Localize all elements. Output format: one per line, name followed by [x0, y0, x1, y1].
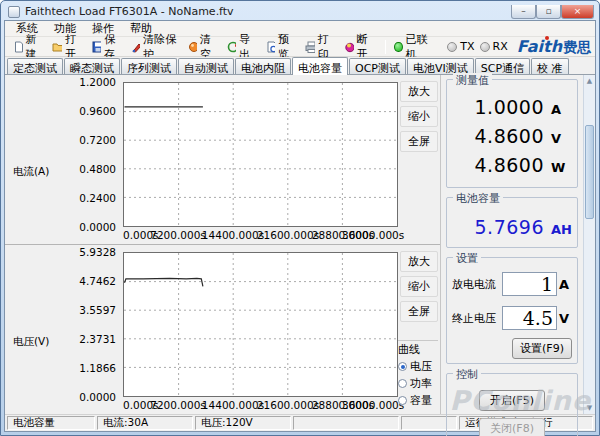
maximize-button[interactable]: ▫ — [536, 5, 561, 19]
settings-title: 设置 — [453, 251, 481, 266]
curve-option-label: 功率 — [410, 376, 432, 391]
brand-logo: Faith 费思 — [517, 37, 591, 57]
y-tick-label: 0.4800 — [79, 163, 116, 175]
start-button[interactable]: 开启(F5) — [479, 390, 545, 411]
export-icon — [227, 41, 237, 53]
tab-static-test[interactable]: 定态测试 — [7, 58, 63, 74]
tab-sequence-test[interactable]: 序列测试 — [121, 58, 177, 74]
fullscreen-button[interactable]: 全屏 — [400, 131, 438, 152]
curve-option-label: 电压 — [410, 359, 432, 374]
curve-option-power[interactable]: 功率 — [398, 376, 438, 391]
window-title: Faithtech Load FT6301A - NoName.ftv — [25, 5, 234, 18]
cutoff-voltage-unit: V — [559, 311, 572, 326]
y-tick-label: 4.7462 — [79, 275, 116, 287]
zoom-out-button[interactable]: 缩小 — [400, 276, 438, 297]
tab-transient-test[interactable]: 瞬态测试 — [64, 58, 120, 74]
zoom-in-button[interactable]: 放大 — [400, 251, 438, 272]
tx-status: TX — [445, 40, 476, 53]
tab-battery-vi-test[interactable]: 电池VI测试 — [407, 58, 474, 74]
app-window: Faithtech Load FT6301A - NoName.ftv – ▫ … — [0, 0, 600, 436]
apply-settings-button[interactable]: 设置(F9) — [512, 338, 572, 359]
measured-values-title: 测量值 — [453, 73, 492, 88]
radio-icon — [398, 362, 407, 371]
brand-logo-en: Faith — [517, 37, 562, 56]
discharge-current-unit: A — [559, 277, 572, 292]
measured-voltage-value: 4.8600 — [475, 125, 544, 147]
print-icon — [305, 41, 315, 53]
tab-auto-test[interactable]: 自动测试 — [178, 58, 234, 74]
scrollbar-track[interactable] — [584, 87, 595, 402]
battery-capacity-value: 5.7696 — [475, 216, 544, 238]
status-mode-cell: 电池容量 — [7, 416, 95, 430]
zoom-in-button[interactable]: 放大 — [400, 81, 438, 102]
status-current-cell: 电流:30A — [97, 416, 193, 430]
y-axis-ticks: 5.93284.74623.55972.37311.18660.0000 — [5, 252, 119, 397]
voltage-plot-area — [123, 252, 398, 397]
toolbar-separator — [385, 40, 386, 54]
x-tick-label: 7200.000s — [150, 399, 206, 411]
cutoff-voltage-input[interactable]: 4.5 — [502, 306, 557, 330]
tx-status-label: TX — [460, 40, 474, 53]
tab-battery-capacity[interactable]: 电池容量 — [292, 57, 348, 75]
side-panel: 测量值 1.0000 A 4.8600 V 4.8600 W 电池 — [441, 75, 583, 414]
curve-group-title: 曲线 — [398, 340, 438, 357]
fullscreen-button[interactable]: 全屏 — [400, 301, 438, 322]
zoom-out-button[interactable]: 缩小 — [400, 106, 438, 127]
measured-current-value: 1.0000 — [475, 96, 544, 118]
y-tick-label: 1.1866 — [79, 362, 116, 374]
measured-voltage-unit: V — [551, 131, 569, 146]
current-axis-label: 电流(A) — [13, 165, 49, 179]
battery-capacity-title: 电池容量 — [453, 191, 503, 206]
tab-ocp-test[interactable]: OCP测试 — [349, 58, 406, 74]
cutoff-voltage-label: 终止电压 — [452, 311, 502, 326]
new-file-icon — [13, 41, 23, 53]
x-axis-ticks: 0.000s7200.000s14400.000s21600.000s28800… — [123, 229, 398, 243]
control-group: 控制 开启(F5) 关闭(F8) 清除(F12) — [446, 373, 578, 436]
measured-power-value: 4.8600 — [475, 154, 544, 176]
vertical-scrollbar[interactable]: ▲ ▼ — [583, 75, 595, 414]
curve-option-voltage[interactable]: 电压 — [398, 359, 438, 374]
x-tick-label: 36000.000s — [342, 229, 404, 241]
battery-capacity-group: 电池容量 5.7696 AH — [446, 197, 578, 248]
current-chart: 1.20000.96000.72000.48000.24000.0000 电流(… — [5, 75, 440, 245]
radio-icon — [398, 396, 407, 405]
y-tick-label: 0.7200 — [79, 134, 116, 146]
measured-power-unit: W — [551, 160, 569, 175]
y-tick-label: 5.9328 — [79, 246, 116, 258]
toolbar: 新建 打开 保存 清除保护 清空 导出 — [5, 37, 595, 57]
disconnect-icon — [344, 41, 354, 53]
x-tick-label: 21600.000s — [257, 399, 319, 411]
preview-icon — [266, 41, 276, 53]
open-folder-icon — [52, 41, 62, 53]
scroll-up-icon[interactable]: ▲ — [584, 75, 595, 87]
tab-battery-resistance[interactable]: 电池内阻 — [235, 58, 291, 74]
measured-values-group: 测量值 1.0000 A 4.8600 V 4.8600 W — [446, 79, 578, 188]
settings-group: 设置 放电电流 1 A 终止电压 4.5 V 设置(F9) — [446, 257, 578, 364]
curve-option-label: 容量 — [410, 393, 432, 408]
stop-button[interactable]: 关闭(F8) — [479, 418, 545, 436]
tx-led-icon — [447, 42, 457, 52]
close-button[interactable]: × — [561, 5, 594, 19]
tab-bar: 定态测试 瞬态测试 序列测试 自动测试 电池内阻 电池容量 OCP测试 电池VI… — [5, 57, 595, 75]
measured-current-unit: A — [551, 102, 569, 117]
scroll-down-icon[interactable]: ▼ — [584, 402, 595, 414]
minimize-button[interactable]: – — [511, 5, 536, 19]
curve-option-capacity[interactable]: 容量 — [398, 393, 438, 408]
status-empty-cell — [293, 416, 399, 430]
current-plot-area — [123, 82, 398, 227]
radio-icon — [398, 379, 407, 388]
discharge-current-row: 放电电流 1 A — [452, 272, 572, 296]
scrollbar-thumb[interactable] — [585, 125, 594, 220]
battery-capacity-row: 5.7696 AH — [455, 216, 569, 238]
tab-calibration[interactable]: 校 准 — [531, 58, 569, 74]
y-tick-label: 0.2400 — [79, 192, 116, 204]
x-tick-label: 14400.000s — [202, 399, 264, 411]
y-tick-label: 0.0000 — [79, 391, 116, 403]
discharge-current-input[interactable]: 1 — [502, 272, 557, 296]
cutoff-voltage-row: 终止电压 4.5 V — [452, 306, 572, 330]
control-title: 控制 — [453, 367, 481, 382]
discharge-current-label: 放电电流 — [452, 277, 502, 292]
tab-scp-comm[interactable]: SCP通信 — [475, 58, 530, 74]
rx-status-label: RX — [493, 40, 508, 53]
save-icon — [92, 41, 102, 53]
